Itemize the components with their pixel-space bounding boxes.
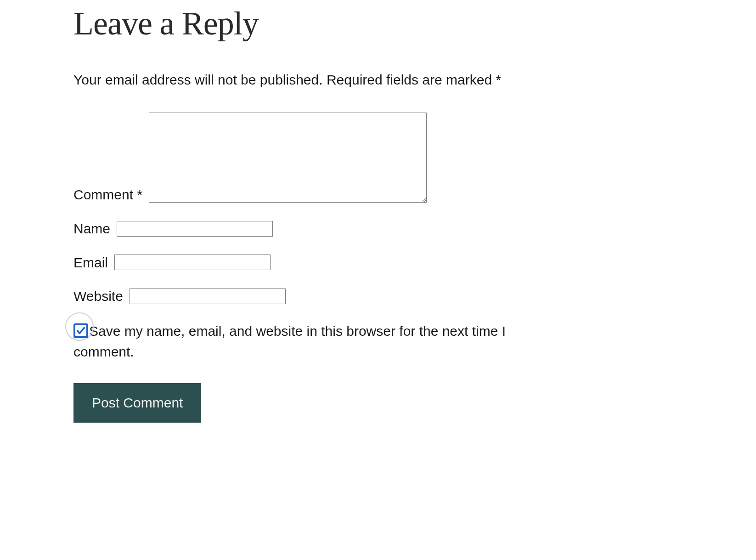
comment-textarea[interactable] [149,113,427,203]
email-label: Email [73,255,108,270]
name-field-row: Name [73,219,570,237]
email-field-row: Email [73,253,570,271]
website-label: Website [73,288,123,304]
save-info-label: Save my name, email, and website in this… [73,323,506,359]
required-mark: * [496,72,501,87]
checkmark-icon [76,326,86,336]
email-input[interactable] [114,255,271,270]
post-comment-button[interactable]: Post Comment [73,383,201,423]
comment-label: Comment * [73,187,146,202]
save-info-row: Save my name, email, and website in this… [73,321,570,362]
comment-field-row: Comment * [73,113,570,203]
name-label: Name [73,221,110,236]
notice-email: Your email address will not be published… [73,72,323,87]
name-input[interactable] [117,221,273,237]
required-mark: * [137,187,142,202]
save-info-checkbox[interactable] [73,323,88,338]
notice-required: Required fields are marked [327,72,496,87]
form-notice: Your email address will not be published… [73,70,570,90]
page-title: Leave a Reply [73,5,570,43]
website-field-row: Website [73,287,570,304]
website-input[interactable] [130,288,286,304]
